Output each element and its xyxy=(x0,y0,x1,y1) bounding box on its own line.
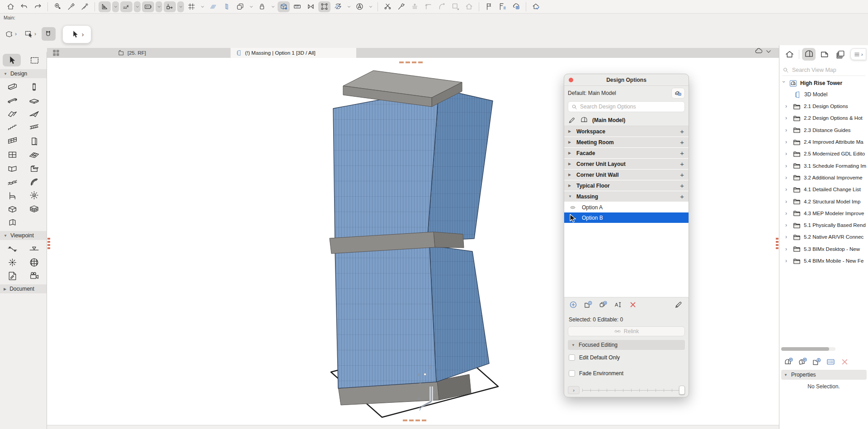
drag-elements-button[interactable] xyxy=(164,1,176,12)
checkbox[interactable] xyxy=(569,370,575,377)
group-typical-floor[interactable]: ▶ Typical Floor + xyxy=(564,180,689,191)
duplicate-option-button[interactable] xyxy=(599,300,608,309)
window-tool[interactable] xyxy=(3,148,22,161)
furniture-tool[interactable] xyxy=(3,189,22,202)
measure-button[interactable]: 1 2 xyxy=(291,1,303,12)
palette-titlebar[interactable]: Design Options xyxy=(564,74,689,86)
eye-icon[interactable] xyxy=(568,204,577,211)
section-viewpoint[interactable]: ▼ Viewpoint xyxy=(0,231,47,240)
group-facade[interactable]: ▶ Facade + xyxy=(564,148,689,158)
resize-button[interactable] xyxy=(449,1,462,12)
intersect-button[interactable] xyxy=(422,1,434,12)
section-design[interactable]: ▼ Design xyxy=(0,69,47,78)
section-document[interactable]: ▶ Document xyxy=(0,284,47,293)
undo-button[interactable] xyxy=(18,1,30,12)
tab-25-rf[interactable]: [25. RF] xyxy=(113,48,208,58)
marquee-tool-button[interactable]: › xyxy=(3,27,19,41)
clone-viewpoint-button[interactable] xyxy=(798,357,807,367)
arrow-marquee-button[interactable]: › xyxy=(22,27,38,41)
snap-guides-button[interactable] xyxy=(120,1,132,12)
arrow-tool-button[interactable] xyxy=(3,54,21,66)
chevron-right-icon[interactable]: › xyxy=(785,139,790,145)
expand-arrow-icon[interactable]: ▶ xyxy=(568,129,576,133)
section-tool[interactable] xyxy=(3,242,22,255)
edit-default-only-checkbox[interactable]: Edit Default Only xyxy=(569,354,620,361)
view-settings-button[interactable] xyxy=(826,357,835,367)
expand-arrow-icon[interactable]: ▶ xyxy=(568,173,576,177)
mark-up-button[interactable] xyxy=(483,1,495,12)
design-options-search-input[interactable] xyxy=(580,104,682,110)
layout-book-tab[interactable] xyxy=(818,48,831,61)
roof-tool[interactable] xyxy=(3,108,22,120)
snap-grid-button[interactable] xyxy=(185,1,198,12)
morph-tool[interactable] xyxy=(24,175,43,188)
view-map-folder[interactable]: › 3.2 Additional Improveme xyxy=(779,172,868,184)
door-tool[interactable] xyxy=(24,135,43,147)
section-marker-bottom[interactable] xyxy=(403,420,426,421)
add-option-icon[interactable]: + xyxy=(680,193,684,200)
skewed-grid-button[interactable] xyxy=(207,1,219,12)
stair-tool[interactable] xyxy=(3,121,22,134)
design-options-manager-button[interactable] xyxy=(671,88,685,99)
section-marker-left[interactable] xyxy=(47,238,50,249)
object-tool[interactable] xyxy=(24,162,43,174)
view-map-folder[interactable]: › 4.1 Detailed Change List xyxy=(779,184,868,195)
chevron-right-icon[interactable]: › xyxy=(785,198,790,205)
chevron-right-icon[interactable]: › xyxy=(785,151,790,157)
home-button[interactable] xyxy=(5,1,17,12)
shell-tool[interactable] xyxy=(24,108,43,120)
delete-view-button[interactable] xyxy=(840,357,849,367)
chevron-right-icon[interactable]: › xyxy=(785,127,790,133)
add-option-icon[interactable]: + xyxy=(680,182,684,189)
interior-elevation-tool[interactable] xyxy=(3,256,22,269)
stretch-button[interactable] xyxy=(305,1,317,12)
mesh-tool[interactable] xyxy=(3,175,22,188)
teamwork-menu-button[interactable] xyxy=(754,47,773,56)
checkbox[interactable] xyxy=(569,354,575,361)
curtain-wall-tool[interactable] xyxy=(3,135,22,147)
worksheet-tool[interactable] xyxy=(3,269,22,282)
current-tool-pill[interactable]: › xyxy=(62,25,91,43)
project-map-tab[interactable] xyxy=(783,48,796,61)
view-map-folder[interactable]: › 2.5 Modernized GDL Edito xyxy=(779,148,868,160)
add-option-icon[interactable]: + xyxy=(680,160,684,167)
beam-tool[interactable] xyxy=(3,94,22,107)
add-option-icon[interactable]: + xyxy=(680,139,684,146)
redo-button[interactable] xyxy=(32,1,44,12)
view-map-folder[interactable]: › 2.3 Distance Guides xyxy=(779,124,868,136)
marquee-select-button[interactable] xyxy=(25,54,43,66)
navigator-menu-button[interactable]: › xyxy=(850,48,866,60)
new-option-button[interactable] xyxy=(569,300,578,309)
expand-arrow-icon[interactable]: ▶ xyxy=(568,184,576,188)
new-folder-button[interactable] xyxy=(812,357,821,367)
horizontal-scrollbar[interactable] xyxy=(781,347,835,351)
view-map-folder[interactable]: › 3.1 Schedule Formating Im xyxy=(779,160,868,171)
split-button[interactable] xyxy=(382,1,394,12)
properties-header[interactable]: ▼ Properties xyxy=(781,370,867,380)
guide-lines-menu-button[interactable] xyxy=(112,1,119,12)
rename-button[interactable]: A xyxy=(613,300,623,309)
chevron-right-icon[interactable]: › xyxy=(785,258,790,264)
grid-element-tool[interactable] xyxy=(24,203,43,215)
camera-tool[interactable] xyxy=(24,269,43,282)
fillet-button[interactable] xyxy=(436,1,448,12)
view-item-3d-model[interactable]: 3D Model xyxy=(779,89,868,100)
section-marker-right[interactable] xyxy=(776,238,778,249)
chevron-right-icon[interactable]: › xyxy=(785,210,790,217)
railing-tool[interactable] xyxy=(24,121,43,134)
module-edit-button[interactable] xyxy=(463,1,475,12)
edit-planes-menu-button[interactable] xyxy=(345,1,352,12)
new-viewpoint-button[interactable] xyxy=(784,357,793,367)
orientation-button[interactable] xyxy=(354,1,366,12)
marquee-edit-button[interactable] xyxy=(318,1,330,12)
view-map-folder[interactable]: › 2.4 Improved Attribute Ma xyxy=(779,136,868,148)
fade-slider[interactable] xyxy=(582,388,685,392)
elevate-button[interactable] xyxy=(409,1,421,12)
edit-planes-button[interactable] xyxy=(332,1,344,12)
publisher-tab[interactable] xyxy=(834,48,847,61)
fade-stepper-button[interactable]: › xyxy=(568,386,580,394)
fade-slider-thumb[interactable] xyxy=(679,386,685,395)
chevron-right-icon[interactable]: › xyxy=(785,115,790,121)
layers-menu-button[interactable] xyxy=(248,1,255,12)
tab-massing-option1[interactable]: (!) Massing | Option 1 [3D / All] xyxy=(231,48,356,58)
